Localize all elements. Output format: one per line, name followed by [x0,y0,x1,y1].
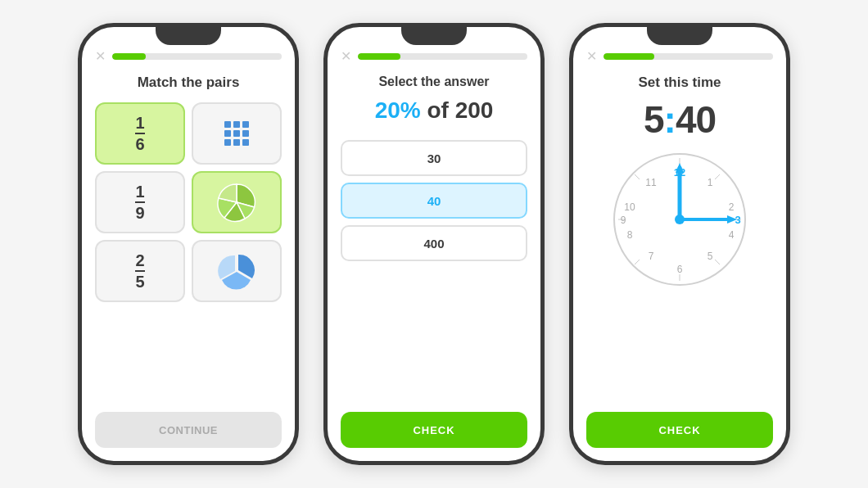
pair-card-2[interactable] [192,102,282,165]
pair-card-1[interactable]: 1 6 [95,102,185,165]
time-display: 5:40 [644,97,716,142]
close-icon-2[interactable]: ✕ [341,50,351,63]
phone2-content: Select the answer 20% of 200 30 40 400 C… [328,68,540,448]
clock-container: 12 1 2 3 4 5 6 7 8 9 10 [610,150,749,289]
answer-label-400: 400 [423,237,444,251]
svg-text:9: 9 [621,215,626,226]
answer-btn-40[interactable]: 40 [341,183,527,219]
progress-bar-bg-2 [358,53,527,60]
time-minutes: 40 [676,98,716,141]
top-bar-1: ✕ [82,27,295,68]
svg-text:1: 1 [708,177,713,188]
answer-btn-400[interactable]: 400 [341,225,527,261]
answer-options: 30 40 400 [341,140,527,261]
progress-bar-fill-1 [112,53,146,60]
close-icon-3[interactable]: ✕ [586,50,597,63]
svg-text:6: 6 [677,264,683,275]
fraction-1-6: 1 6 [135,114,144,153]
top-bar-2: ✕ [328,27,540,68]
dot-grid-icon [224,121,249,146]
phone-2: ✕ Select the answer 20% of 200 30 40 400… [323,23,545,465]
svg-text:2: 2 [729,201,735,213]
phone2-title: Select the answer [378,75,489,89]
pair-card-3[interactable]: 1 9 [95,171,185,233]
pair-card-4[interactable] [192,171,282,233]
fraction-1-9: 1 9 [135,183,144,222]
phone1-title: Match the pairs [138,75,240,91]
check-button-3[interactable]: ChECK [586,412,773,448]
svg-text:5: 5 [708,251,713,262]
phone3-title: Set this time [638,75,721,91]
top-bar-3: ✕ [573,27,786,68]
continue-button[interactable]: CONTINUE [95,412,282,448]
pie-chart-icon [216,182,257,223]
pair-card-6[interactable] [192,240,282,302]
phone1-content: Match the pairs 1 6 1 [82,68,295,448]
progress-bar-bg-1 [112,53,282,60]
answer-btn-30[interactable]: 30 [341,140,527,176]
pairs-grid: 1 6 1 9 [95,102,282,302]
check-button-2[interactable]: CHECK [341,412,527,448]
phone3-content: Set this time 5:40 [573,68,786,448]
answer-label-30: 30 [427,151,441,165]
broken-pie-icon [218,252,255,290]
svg-text:8: 8 [627,229,633,241]
phone-1: ✕ Match the pairs 1 6 [78,23,299,465]
progress-bar-fill-2 [358,53,400,60]
svg-text:10: 10 [624,201,635,213]
svg-text:4: 4 [729,229,735,241]
close-icon-1[interactable]: ✕ [95,50,106,63]
pair-card-5[interactable]: 2 5 [95,240,185,302]
answer-label-40: 40 [427,194,441,208]
svg-text:11: 11 [645,177,657,188]
fraction-2-5: 2 5 [135,251,144,291]
progress-bar-bg-3 [604,53,773,60]
question-percent: 20% of 200 [375,97,494,123]
time-hours: 5 [644,98,664,141]
time-colon: : [664,98,676,141]
clock-face[interactable]: 12 1 2 3 4 5 6 7 8 9 10 [610,150,749,289]
svg-point-27 [676,215,684,224]
phone-3: ✕ Set this time 5:40 [569,23,790,465]
phone2-question: 20% of 200 [375,97,494,124]
progress-bar-fill-3 [604,53,654,60]
svg-text:7: 7 [649,251,654,262]
